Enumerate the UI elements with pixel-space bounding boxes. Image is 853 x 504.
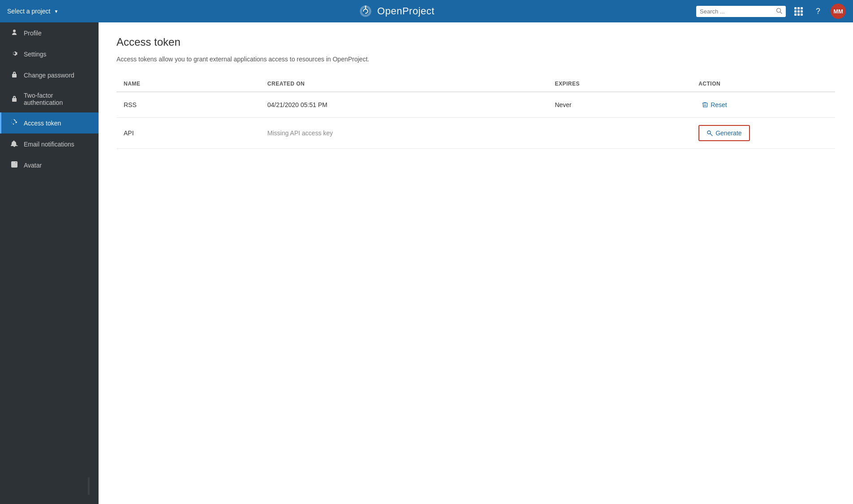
key-icon (707, 130, 713, 136)
search-box[interactable] (696, 6, 786, 17)
sidebar-item-label-two-factor: Two-factor authentication (24, 92, 90, 106)
project-selector[interactable]: Select a project ▼ (7, 8, 97, 15)
table-header: NAME CREATED ON EXPIRES ACTION (116, 76, 835, 92)
search-icon (776, 8, 782, 15)
help-icon: ? (816, 7, 820, 16)
project-selector-label: Select a project (7, 8, 51, 15)
token-action-0: Reset (691, 92, 835, 118)
sidebar: Profile Settings Change password Two-fac… (0, 22, 99, 504)
sidebar-item-label-profile: Profile (24, 30, 42, 37)
project-selector-arrow: ▼ (54, 9, 59, 14)
sidebar-item-label-access-token: Access token (24, 120, 61, 127)
help-button[interactable]: ? (811, 4, 825, 18)
svg-point-1 (365, 5, 366, 7)
search-input[interactable] (700, 8, 773, 15)
waffle-icon (794, 7, 803, 16)
logo: OpenProject (358, 4, 435, 18)
profile-icon (10, 29, 18, 37)
sidebar-item-email-notifications[interactable]: Email notifications (0, 134, 99, 155)
token-name-1: API (116, 118, 260, 149)
sidebar-item-label-email-notifications: Email notifications (24, 141, 74, 148)
logo-text: OpenProject (377, 5, 435, 17)
settings-icon (10, 50, 18, 58)
page-title: Access token (116, 36, 835, 48)
sidebar-item-two-factor[interactable]: Two-factor authentication (0, 86, 99, 112)
sidebar-item-avatar[interactable]: Avatar (0, 155, 99, 176)
main-content: Access token Access tokens allow you to … (99, 22, 853, 504)
col-header-created: CREATED ON (260, 76, 548, 92)
sidebar-item-profile[interactable]: Profile (0, 22, 99, 43)
table-row: APIMissing API access key Generate (116, 118, 835, 149)
table-row: RSS04/21/2020 05:51 PMNever Reset (116, 92, 835, 118)
col-header-name: NAME (116, 76, 260, 92)
col-header-action: ACTION (691, 76, 835, 92)
reset-button[interactable]: Reset (698, 99, 731, 110)
token-created-1: Missing API access key (260, 118, 548, 149)
sidebar-item-label-avatar: Avatar (24, 162, 42, 169)
trash-icon (702, 102, 708, 108)
tokens-table: NAME CREATED ON EXPIRES ACTION RSS04/21/… (116, 76, 835, 149)
token-name-0: RSS (116, 92, 260, 118)
col-header-expires: EXPIRES (547, 76, 691, 92)
user-avatar[interactable]: MM (831, 4, 846, 19)
modules-button[interactable] (791, 4, 806, 18)
sidebar-item-change-password[interactable]: Change password (0, 65, 99, 86)
token-created-0: 04/21/2020 05:51 PM (260, 92, 548, 118)
svg-line-7 (710, 134, 712, 136)
sidebar-item-access-token[interactable]: Access token (0, 112, 99, 134)
change-password-icon (10, 71, 18, 79)
topbar-center: OpenProject (97, 4, 696, 18)
table-body: RSS04/21/2020 05:51 PMNever Reset APIMis… (116, 92, 835, 149)
logo-icon (358, 4, 373, 18)
access-token-icon (10, 119, 18, 127)
token-action-1: Generate (691, 118, 835, 149)
two-factor-icon (10, 95, 18, 103)
sidebar-item-label-change-password: Change password (24, 72, 74, 79)
sidebar-item-label-settings: Settings (24, 51, 47, 58)
generate-button[interactable]: Generate (703, 128, 745, 138)
token-expires-0: Never (547, 92, 691, 118)
topbar: Select a project ▼ OpenProject (0, 0, 853, 22)
avatar-initials: MM (833, 8, 843, 15)
topbar-right: ? MM (696, 4, 846, 19)
sidebar-item-settings[interactable]: Settings (0, 43, 99, 65)
token-expires-1 (547, 118, 691, 149)
main-layout: Profile Settings Change password Two-fac… (0, 22, 853, 504)
avatar-icon (10, 161, 18, 169)
page-description: Access tokens allow you to grant externa… (116, 56, 835, 63)
generate-wrapper: Generate (698, 125, 750, 141)
email-notifications-icon (10, 140, 18, 148)
svg-line-3 (780, 12, 782, 13)
sidebar-resize-handle[interactable] (88, 477, 90, 495)
